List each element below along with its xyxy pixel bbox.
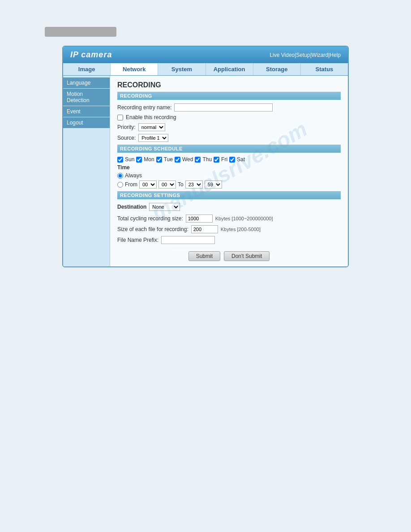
wizard-link[interactable]: Wizard [312, 52, 328, 58]
filesize-row: Size of each file for recording: Kbytes … [117, 225, 341, 233]
submit-button[interactable]: Submit [188, 251, 220, 261]
top-bar [45, 27, 116, 37]
filesize-unit: Kbytes [200-5000] [221, 227, 261, 232]
enable-label: Enable this recording [126, 114, 176, 120]
filename-row: File Name Prefix: [117, 236, 341, 244]
enable-row: Enable this recording [117, 114, 341, 120]
section1-header: RECORDING [117, 92, 341, 100]
sidebar-motion-detection[interactable]: Motion Detection [63, 89, 110, 106]
cycling-row: Total cycling recording size: Kbytes [10… [117, 215, 341, 223]
radio-always[interactable] [117, 173, 123, 179]
nav-application[interactable]: Application [206, 63, 253, 75]
always-label: Always [125, 172, 142, 179]
day-sun: Sun [117, 156, 134, 163]
checkbox-mon[interactable] [136, 157, 142, 163]
destination-select[interactable]: None SD Card NAS [149, 203, 180, 211]
button-row: Submit Don't Submit [117, 251, 341, 261]
setup-link[interactable]: Setup [296, 52, 310, 58]
nav-status[interactable]: Status [301, 63, 348, 75]
checkbox-sun[interactable] [117, 157, 123, 163]
cam-header: IP camera Live Video|Setup|Wizard|Help [63, 47, 348, 63]
checkbox-fri[interactable] [214, 157, 219, 163]
filesize-input[interactable] [191, 225, 218, 233]
source-select[interactable]: Profile 1 Profile 2 Profile 3 [138, 134, 168, 142]
destination-label: Destination [117, 204, 146, 210]
label-fri: Fri [221, 156, 227, 163]
help-link[interactable]: Help [330, 52, 341, 58]
entry-name-input[interactable] [174, 103, 273, 112]
header-nav: Live Video|Setup|Wizard|Help [270, 52, 341, 58]
checkbox-tue[interactable] [156, 157, 162, 163]
time-section: Time Always From 00010612 00153045 [117, 164, 341, 189]
app-title: IP camera [70, 50, 112, 60]
time-label: Time [117, 164, 341, 171]
nav-storage[interactable]: Storage [253, 63, 301, 75]
entry-name-row: Recording entry name: [117, 103, 341, 112]
nav-image[interactable]: Image [63, 63, 111, 75]
filename-label: File Name Prefix: [117, 237, 158, 243]
camera-frame: IP camera Live Video|Setup|Wizard|Help I… [62, 46, 349, 267]
nav-system[interactable]: System [158, 63, 206, 75]
from-label: From [125, 181, 137, 188]
sidebar: Language Motion Detection Event Logout [63, 76, 110, 266]
source-label: Source: [117, 135, 136, 141]
label-thu: Thu [202, 156, 212, 163]
main-nav: Image Network System Application Storage… [63, 63, 348, 76]
day-fri: Fri [214, 156, 227, 163]
entry-name-label: Recording entry name: [117, 104, 171, 111]
section3-header: RECORDING SETTINGS [117, 191, 341, 199]
always-row: Always [117, 172, 341, 179]
day-thu: Thu [195, 156, 212, 163]
day-wed: Wed [175, 156, 193, 163]
label-sun: Sun [125, 156, 134, 163]
nav-network[interactable]: Network [111, 63, 158, 75]
section2-header: RECORDING SCHEDULE [117, 145, 341, 153]
sidebar-event[interactable]: Event [63, 106, 110, 117]
priority-select[interactable]: normal high low [138, 123, 165, 131]
to-label: To [178, 181, 184, 188]
from-hour-select[interactable]: 00010612 [139, 180, 157, 189]
checkbox-wed[interactable] [175, 157, 180, 163]
from-row: From 00010612 00153045 To 23001218 59001… [117, 180, 341, 189]
source-row: Source: Profile 1 Profile 2 Profile 3 [117, 134, 341, 142]
content-area: Language Motion Detection Event Logout m… [63, 76, 348, 266]
sidebar-language[interactable]: Language [63, 77, 110, 88]
label-sat: Sat [237, 156, 245, 163]
checkbox-thu[interactable] [195, 157, 201, 163]
day-mon: Mon [136, 156, 154, 163]
destination-row: Destination None SD Card NAS [117, 203, 341, 211]
filesize-label: Size of each file for recording: [117, 226, 188, 232]
label-wed: Wed [182, 156, 193, 163]
main-content: manualsrive.com RECORDING RECORDING Reco… [110, 76, 348, 266]
enable-checkbox[interactable] [117, 115, 123, 120]
radio-from[interactable] [117, 182, 123, 188]
page-wrapper: IP camera Live Video|Setup|Wizard|Help I… [0, 0, 411, 285]
cycling-input[interactable] [186, 215, 213, 223]
priority-row: Priority: normal high low [117, 123, 341, 131]
priority-label: Priority: [117, 124, 136, 130]
label-tue: Tue [164, 156, 173, 163]
day-tue: Tue [156, 156, 173, 163]
dont-submit-button[interactable]: Don't Submit [224, 251, 270, 261]
schedule-days: Sun Mon Tue Wed [117, 156, 341, 163]
sidebar-logout[interactable]: Logout [63, 117, 110, 128]
from-min-select[interactable]: 00153045 [158, 180, 176, 189]
to-hour-select[interactable]: 23001218 [185, 180, 203, 189]
checkbox-sat[interactable] [229, 157, 235, 163]
label-mon: Mon [144, 156, 154, 163]
to-min-select[interactable]: 59001530 [205, 180, 222, 189]
filename-input[interactable] [161, 236, 215, 244]
cycling-unit: Kbytes [1000~200000000] [215, 216, 273, 221]
cycling-label: Total cycling recording size: [117, 215, 183, 222]
page-title: RECORDING [117, 81, 341, 89]
live-video-link[interactable]: Live Video [270, 52, 295, 58]
day-sat: Sat [229, 156, 245, 163]
